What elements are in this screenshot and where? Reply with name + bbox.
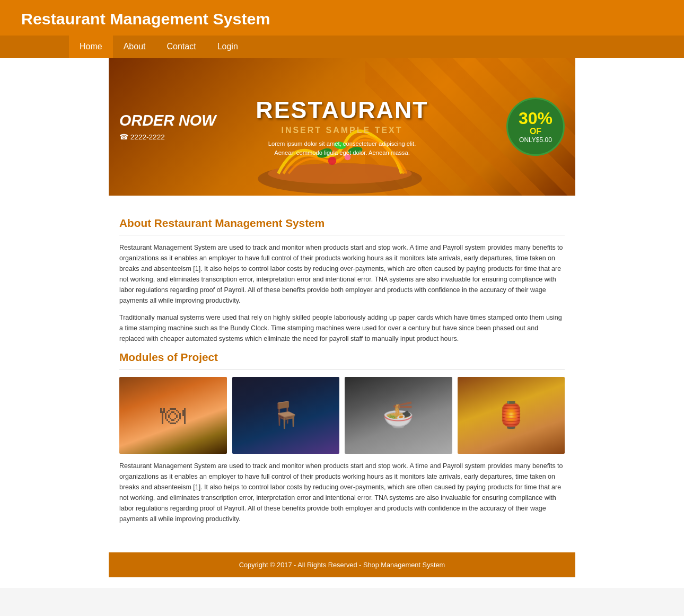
about-heading: About Restaurant Management System	[119, 217, 565, 230]
about-paragraph-2: Traditionally manual systems were used t…	[119, 313, 565, 345]
banner-restaurant-title: RESTAURANT	[256, 96, 428, 124]
modules-divider	[119, 369, 565, 369]
nav-about[interactable]: About	[113, 36, 156, 58]
order-now-text: ORDER NOW	[119, 112, 238, 129]
module-image-3	[345, 377, 452, 454]
nav-contact[interactable]: Contact	[156, 36, 207, 58]
header: Restaurant Management System	[0, 0, 684, 36]
module-image-4	[458, 377, 565, 454]
hero-banner: ORDER NOW ☎ 2222-2222 RESTAURANT INSERT …	[109, 58, 575, 196]
phone-number: ☎ 2222-2222	[119, 133, 238, 141]
banner-sample-text: INSERT SAMPLE TEXT	[281, 126, 402, 135]
bottom-text-section: Restaurant Management System are used to…	[119, 461, 565, 525]
banner-left: ORDER NOW ☎ 2222-2222	[109, 58, 249, 196]
page-footer: Copyright © 2017 - All Rights Reserved -…	[109, 552, 575, 577]
module-image-2	[232, 377, 340, 454]
banner-lorem: Lorem ipsum dolor sit amet, consectetuer…	[268, 139, 416, 157]
navbar: Home About Contact Login	[0, 36, 684, 58]
banner-center: RESTAURANT INSERT SAMPLE TEXT Lorem ipsu…	[249, 58, 435, 196]
bottom-paragraph: Restaurant Management System are used to…	[119, 461, 565, 525]
site-title: Restaurant Management System	[21, 10, 663, 28]
modules-section: Modules of Project	[119, 351, 565, 454]
modules-image-grid	[119, 377, 565, 454]
about-section: About Restaurant Management System Resta…	[119, 217, 565, 345]
nav-home[interactable]: Home	[69, 36, 113, 58]
about-divider	[119, 235, 565, 235]
about-paragraph-1: Restaurant Management System are used to…	[119, 243, 565, 306]
modules-heading: Modules of Project	[119, 351, 565, 364]
module-image-1	[119, 377, 227, 454]
footer-text: Copyright © 2017 - All Rights Reserved -…	[239, 561, 445, 569]
nav-login[interactable]: Login	[207, 36, 249, 58]
